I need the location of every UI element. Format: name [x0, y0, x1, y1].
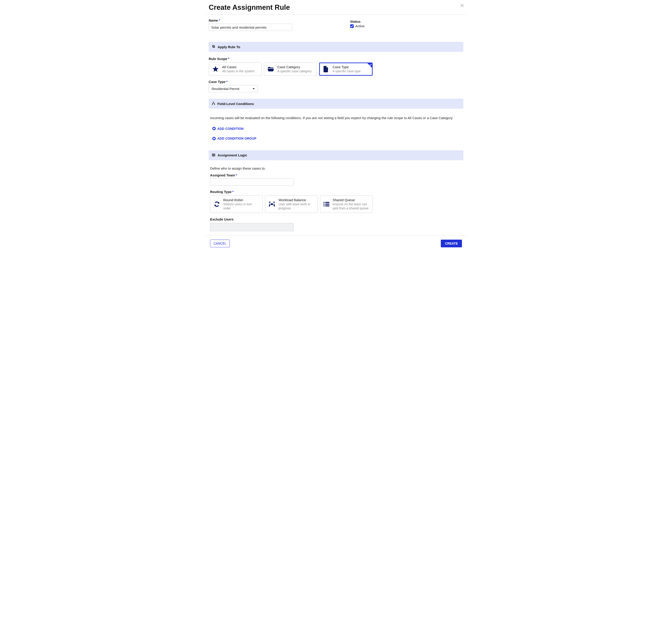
- plus-circle-icon: [212, 137, 216, 140]
- routing-type-label: Routing Type*: [209, 190, 463, 194]
- section-apply-rule-to: Apply Rule To: [218, 45, 240, 49]
- add-condition-button[interactable]: ADD CONDITION: [212, 127, 243, 131]
- name-input[interactable]: [209, 24, 292, 31]
- card-subtitle: A specific case type: [332, 69, 361, 73]
- svg-rect-14: [323, 202, 324, 203]
- svg-rect-5: [212, 154, 215, 154]
- svg-rect-1: [213, 45, 214, 47]
- name-label: Name*: [209, 18, 292, 22]
- svg-rect-16: [323, 205, 324, 206]
- svg-rect-0: [213, 46, 215, 48]
- selected-check-icon: [367, 63, 372, 68]
- svg-rect-19: [325, 205, 329, 206]
- card-subtitle: All cases in the system: [222, 69, 254, 73]
- people-carry-icon: [268, 201, 275, 207]
- conditions-helper: Incoming cases will be evaluated on the …: [209, 116, 463, 121]
- card-subtitle: User with least work in progress: [278, 202, 314, 210]
- status-active-checkbox[interactable]: Active: [350, 24, 365, 28]
- cancel-button[interactable]: CANCEL: [210, 240, 230, 247]
- card-title: Case Type: [332, 65, 361, 69]
- case-type-select[interactable]: Residential Permit: [209, 85, 258, 92]
- routing-workload-balance[interactable]: Workload Balance User with least work in…: [265, 196, 318, 213]
- routing-round-robin[interactable]: Round Robin Selects users in turn order: [210, 196, 263, 213]
- card-subtitle: Selects users in turn order: [223, 202, 259, 210]
- routing-shared-queue[interactable]: Shared Queue Anyone on the team can pick…: [320, 196, 373, 213]
- rule-scope-case-category[interactable]: Case Category A specific case category: [264, 62, 317, 76]
- exclude-users-label: Exclude Users: [209, 217, 463, 221]
- rule-scope-all-cases[interactable]: All Cases All cases in the system: [209, 62, 262, 76]
- case-type-label: Case Type*: [209, 80, 463, 84]
- svg-rect-4: [214, 104, 215, 105]
- assigned-team-label: Assigned Team*: [209, 173, 463, 177]
- plus-circle-icon: [212, 127, 216, 130]
- page-title: Create Assignment Rule: [209, 3, 290, 12]
- status-active-text: Active: [355, 24, 365, 28]
- hierarchy-icon: [212, 101, 215, 106]
- svg-point-12: [273, 202, 275, 203]
- card-subtitle: A specific case category: [277, 69, 311, 73]
- case-type-selected: Residential Permit: [212, 87, 239, 91]
- copy-icon: [212, 45, 215, 49]
- create-button[interactable]: CREATE: [441, 240, 462, 247]
- svg-rect-8: [213, 154, 213, 154]
- svg-rect-15: [323, 204, 324, 205]
- svg-rect-9: [214, 155, 215, 156]
- card-title: Shared Queue: [332, 198, 370, 202]
- svg-rect-18: [325, 204, 329, 205]
- card-title: Round Robin: [223, 198, 259, 202]
- card-subtitle: Anyone on the team can pick from a share…: [332, 202, 370, 210]
- svg-rect-3: [212, 104, 213, 105]
- svg-rect-13: [271, 203, 273, 205]
- card-title: All Cases: [222, 65, 254, 69]
- sync-icon: [213, 201, 220, 207]
- star-icon: [212, 66, 219, 72]
- svg-rect-17: [325, 202, 329, 203]
- section-field-conditions: Field-Level Conditions: [217, 102, 254, 106]
- card-title: Workload Balance: [278, 198, 314, 202]
- rule-scope-case-type[interactable]: Case Type A specific case type: [319, 62, 373, 76]
- list-icon: [323, 202, 329, 207]
- assignment-helper: Define who to assign these cases to.: [209, 166, 463, 171]
- section-assignment-logic: Assignment Logic: [218, 153, 247, 157]
- svg-rect-2: [213, 102, 214, 103]
- add-condition-group-button[interactable]: ADD CONDITION GROUP: [212, 137, 256, 140]
- exclude-users-input[interactable]: [210, 223, 294, 231]
- file-icon: [322, 66, 329, 72]
- svg-point-11: [269, 202, 270, 203]
- close-icon[interactable]: [460, 3, 466, 9]
- svg-rect-6: [212, 155, 215, 155]
- folder-icon: [267, 66, 274, 72]
- rule-scope-label: Rule Scope*: [209, 57, 463, 61]
- svg-rect-10: [213, 156, 214, 156]
- status-label: Status: [350, 20, 365, 23]
- card-title: Case Category: [277, 65, 311, 69]
- sliders-icon: [212, 153, 215, 157]
- chevron-down-icon: [253, 88, 255, 89]
- assigned-team-input[interactable]: [210, 179, 294, 186]
